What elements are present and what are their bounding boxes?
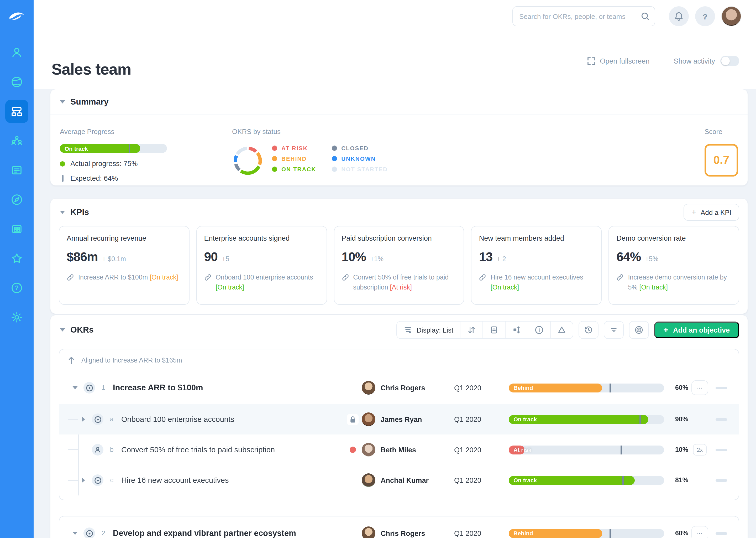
app-logo-icon[interactable] — [6, 5, 27, 26]
row-height-button[interactable] — [505, 322, 527, 338]
owner-cell[interactable]: Anchal Kumar — [362, 473, 454, 487]
kpi-card[interactable]: New team members added 13+ 2 Hire 16 new… — [471, 226, 602, 305]
drag-dash[interactable] — [716, 386, 727, 389]
progress-fill: On track — [509, 415, 649, 424]
info-button[interactable] — [527, 322, 550, 338]
user-avatar[interactable] — [721, 6, 741, 26]
period-cell[interactable]: Q1 2020 — [454, 415, 509, 423]
focus-target-button[interactable] — [629, 321, 649, 339]
average-progress-bar: On track — [60, 144, 167, 153]
history-button[interactable] — [578, 321, 598, 339]
sort-button[interactable] — [460, 322, 482, 338]
expand-row-icon[interactable] — [82, 478, 85, 483]
global-search — [512, 6, 655, 26]
progress-fill: On track — [509, 476, 635, 485]
owner-cell[interactable]: Chris Rogers — [362, 381, 454, 395]
triangle-icon — [557, 325, 566, 335]
row-title[interactable]: Onboard 100 enterprise accounts — [121, 415, 234, 423]
show-activity-toggle[interactable] — [720, 56, 739, 66]
row-menu-button[interactable]: ··· — [691, 380, 708, 395]
collapse-kpis-icon[interactable] — [60, 211, 65, 214]
owner-cell[interactable]: Beth Miles — [362, 443, 454, 457]
period-cell[interactable]: Q1 2020 — [454, 384, 509, 392]
kpi-linked-objective[interactable]: Increase ARR to $100m [On track] — [78, 273, 178, 283]
okr-group-1: Aligned to Increase ARR to $165m 1 Incre… — [59, 349, 739, 500]
collapse-row-icon[interactable] — [72, 386, 78, 389]
period-cell[interactable]: Q1 2020 — [454, 446, 509, 454]
status-pill-label: On track — [509, 477, 537, 483]
legend-label: BEHIND — [281, 155, 307, 162]
kpi-value: 13 — [479, 249, 493, 264]
row-title[interactable]: Hire 16 new account executives — [121, 476, 229, 484]
period-cell[interactable]: Q1 2020 — [454, 476, 509, 484]
progress-fill: Behind — [509, 529, 602, 538]
drag-dash[interactable] — [716, 479, 727, 482]
kpi-linked-objective[interactable]: Increase demo conversion rate by 5% [On … — [628, 273, 731, 293]
sidebar-item-settings[interactable] — [5, 306, 28, 329]
progress-bar[interactable]: On track — [509, 476, 664, 485]
kpi-linked-objective[interactable]: Convert 50% of free trials to paid subsc… — [353, 273, 456, 293]
row-menu-button[interactable]: ··· — [691, 526, 708, 538]
filter-button[interactable] — [603, 321, 624, 339]
delta-button[interactable] — [550, 322, 573, 338]
progress-bar[interactable]: Behind — [509, 529, 664, 538]
search-input[interactable] — [512, 6, 655, 26]
kpi-linked-objective[interactable]: Hire 16 new account executives [On track… — [491, 273, 594, 293]
sidebar-item-profile[interactable] — [5, 41, 28, 64]
period-cell[interactable]: Q1 2020 — [454, 529, 509, 537]
legend-label: NOT STARTED — [341, 166, 388, 172]
row-title[interactable]: Develop and expand vibrant partner ecosy… — [113, 528, 296, 538]
collapse-row-icon[interactable] — [72, 532, 78, 535]
kpi-card[interactable]: Enterprise accounts signed 90+5 Onboard … — [196, 226, 327, 305]
drag-dash[interactable] — [716, 418, 727, 421]
add-objective-button[interactable]: +Add an objective — [654, 322, 739, 338]
kpi-card[interactable]: Annual recurring revenue $86m+ $0.1m Inc… — [59, 226, 190, 305]
progress-bar[interactable]: Behind — [509, 383, 664, 392]
owner-cell[interactable]: James Ryan — [362, 412, 454, 426]
sidebar-item-teams[interactable] — [5, 100, 28, 123]
fullscreen-icon[interactable] — [587, 56, 595, 65]
sidebar-item-company[interactable] — [5, 71, 28, 93]
okr-row-child-c[interactable]: c Hire 16 new account executives Anchal … — [59, 465, 739, 496]
add-kpi-button[interactable]: +Add a KPI — [684, 204, 739, 221]
collapse-okrs-icon[interactable] — [60, 328, 65, 332]
row-title[interactable]: Convert 50% of free trials to paid subsc… — [121, 446, 275, 454]
drag-dash[interactable] — [716, 449, 727, 451]
aligned-parent-row[interactable]: Aligned to Increase ARR to $165m — [59, 350, 739, 371]
expand-row-icon[interactable] — [82, 417, 85, 422]
kpi-card[interactable]: Demo conversion rate 64%+5% Increase dem… — [608, 226, 739, 305]
okr-row-objective-1[interactable]: 1 Increase ARR to $100m Chris Rogers Q1 … — [59, 371, 739, 404]
sidebar-item-reports[interactable] — [5, 159, 28, 182]
help-button[interactable]: ? — [695, 6, 715, 26]
okr-row-objective-2[interactable]: 2 Develop and expand vibrant partner eco… — [59, 516, 739, 538]
owner-avatar — [362, 412, 375, 426]
legend-dot — [272, 167, 277, 172]
drag-dash[interactable] — [716, 532, 727, 535]
row-title[interactable]: Increase ARR to $100m — [113, 383, 203, 393]
sidebar-item-explore[interactable] — [5, 188, 28, 211]
sidebar-item-help[interactable]: ? — [5, 276, 28, 299]
detail-view-button[interactable] — [482, 322, 505, 338]
okr-row-child-b[interactable]: b Convert 50% of free trials to paid sub… — [59, 435, 739, 465]
okr-row-child-a[interactable]: a Onboard 100 enterprise accounts James … — [59, 404, 739, 435]
ellipsis-icon: ··· — [696, 530, 703, 536]
collapse-summary-icon[interactable] — [60, 100, 65, 103]
notifications-button[interactable] — [669, 6, 689, 26]
open-fullscreen-button[interactable]: Open fullscreen — [600, 57, 649, 65]
owner-cell[interactable]: Chris Rogers — [362, 526, 454, 538]
display-mode-button[interactable]: Display: List — [397, 322, 460, 338]
progress-bar[interactable]: On track — [509, 415, 664, 424]
sidebar-item-favorites[interactable] — [5, 247, 28, 270]
plus-icon: + — [663, 325, 668, 335]
row-index: b — [108, 446, 116, 454]
link-icon — [204, 274, 212, 281]
row-index: c — [108, 476, 116, 484]
kpi-linked-objective[interactable]: Onboard 100 enterprise accounts [On trac… — [216, 273, 319, 293]
expected-tick — [610, 529, 611, 538]
progress-bar[interactable]: At risk — [509, 445, 664, 454]
sidebar-item-apps[interactable] — [5, 218, 28, 241]
sidebar-item-groups[interactable] — [5, 129, 28, 152]
kpi-card[interactable]: Paid subscription conversion 10%+1% Conv… — [334, 226, 464, 305]
multiplier-badge[interactable]: 2x — [693, 444, 707, 456]
okrs-toolbar: Display: List — [396, 321, 739, 339]
